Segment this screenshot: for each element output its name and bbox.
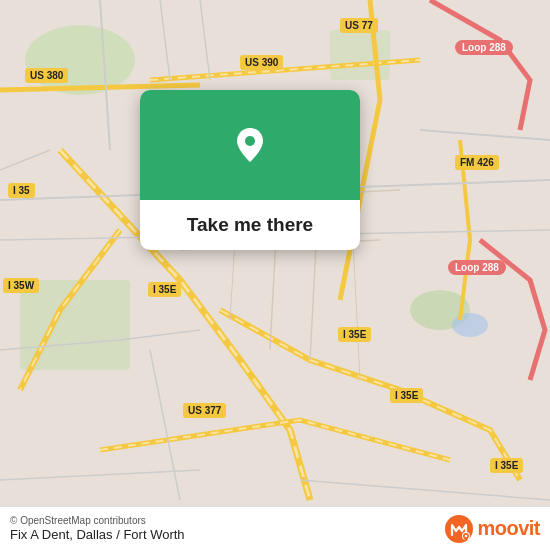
svg-point-5 bbox=[452, 313, 488, 337]
location-text: Fix A Dent, Dallas / Fort Worth bbox=[10, 527, 185, 542]
label-i35e-far: I 35E bbox=[490, 458, 523, 473]
popup-card-bottom[interactable]: Take me there bbox=[140, 200, 360, 250]
popup-card-top bbox=[140, 90, 360, 200]
map-svg bbox=[0, 0, 550, 550]
label-us377: US 377 bbox=[183, 403, 226, 418]
bottom-bar: © OpenStreetMap contributors Fix A Dent,… bbox=[0, 506, 550, 550]
svg-point-10 bbox=[465, 534, 468, 537]
label-i35w: I 35W bbox=[3, 278, 39, 293]
popup-card: Take me there bbox=[140, 90, 360, 250]
label-i35: I 35 bbox=[8, 183, 35, 198]
label-i35e-bot: I 35E bbox=[390, 388, 423, 403]
label-i35e-mid: I 35E bbox=[148, 282, 181, 297]
moovit-text: moovit bbox=[477, 517, 540, 540]
bottom-left: © OpenStreetMap contributors Fix A Dent,… bbox=[10, 515, 185, 542]
svg-point-1 bbox=[25, 25, 135, 95]
map-container: US 77 US 390 US 380 Loop 288 FM 426 I 35… bbox=[0, 0, 550, 550]
label-us77: US 77 bbox=[340, 18, 378, 33]
location-pin-icon bbox=[223, 118, 277, 172]
moovit-logo: moovit bbox=[445, 515, 540, 543]
svg-rect-4 bbox=[330, 30, 390, 80]
label-loop288-top: Loop 288 bbox=[455, 40, 513, 55]
label-i35e-right: I 35E bbox=[338, 327, 371, 342]
label-loop288-bot: Loop 288 bbox=[448, 260, 506, 275]
label-us380: US 380 bbox=[25, 68, 68, 83]
moovit-m-icon bbox=[445, 515, 473, 543]
attribution-text: © OpenStreetMap contributors bbox=[10, 515, 185, 526]
label-us390: US 390 bbox=[240, 55, 283, 70]
label-fm426: FM 426 bbox=[455, 155, 499, 170]
take-me-there-button[interactable]: Take me there bbox=[187, 214, 313, 236]
svg-point-7 bbox=[245, 136, 255, 146]
